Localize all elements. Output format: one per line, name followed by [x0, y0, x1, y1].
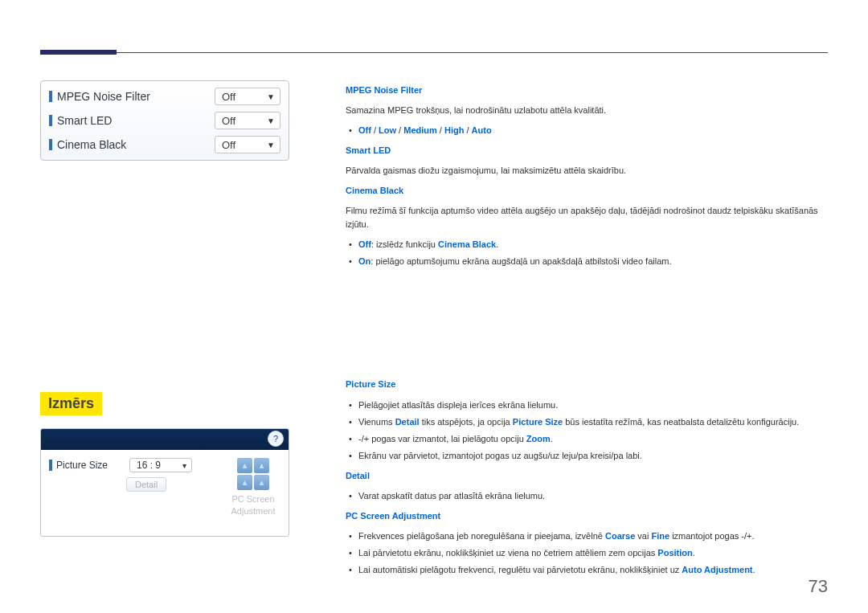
opt-high: High: [444, 125, 464, 135]
pc-li2b: Position: [657, 548, 692, 558]
heading-cinema-black: Cinema Black: [346, 184, 828, 198]
pc-screen-line2: Adjustment: [231, 506, 275, 516]
ps-li3: -/+ pogas var izmantot, lai pielāgotu op…: [346, 432, 828, 446]
heading-pc-screen: PC Screen Adjustment: [346, 509, 828, 523]
position-quad-icon[interactable]: [237, 458, 269, 490]
ps-li3b: Zoom: [526, 434, 551, 443]
row-mpeg-label: MPEG Noise Filter: [57, 90, 150, 103]
detail-button[interactable]: Detail: [126, 477, 166, 492]
detail-li1: Varat apskatīt datus par atlasītā ekrāna…: [346, 489, 828, 503]
cinema-off-text: : izslēdz funkciju: [371, 239, 438, 249]
panel2-titlebar: ?: [41, 429, 289, 450]
ps-li3a: -/+ pogas var izmantot, lai pielāgotu op…: [358, 434, 526, 443]
header-rule: [40, 52, 828, 53]
opt-off: Off: [358, 125, 371, 135]
dropdown-mpeg-value: Off: [222, 91, 235, 103]
pc-li3: Lai automātiski pielāgotu frekvenci, reg…: [346, 563, 828, 577]
row-tick-icon: [49, 115, 52, 126]
pc-li3a: Lai automātiski pielāgotu frekvenci, reg…: [358, 565, 682, 574]
bottom-section: Izmērs ? Picture Size 16 : 9 ▾: [40, 371, 828, 583]
cinema-off-label: Off: [358, 239, 371, 249]
row-cinema-black: Cinema Black Off ▼: [46, 133, 284, 157]
opt-medium: Medium: [403, 125, 437, 135]
ps-li2a: Vienums: [358, 417, 395, 427]
row-cinema-black-label: Cinema Black: [57, 138, 126, 151]
ps-li2: Vienums Detail tiks atspējots, ja opcija…: [346, 415, 828, 429]
cinema-on-text: : pielāgo aptumšojumu ekrāna augšdaļā un…: [371, 256, 671, 266]
dropdown-cinema-black[interactable]: Off ▼: [215, 136, 280, 153]
pc-li1d: Fine: [651, 531, 669, 541]
page-number: 73: [809, 576, 828, 597]
caret-down-icon: ▼: [267, 116, 275, 125]
desc-cinema-black: Filmu režīmā šī funkcija aptumšo video a…: [346, 204, 828, 231]
pc-li1b: Coarse: [605, 531, 635, 541]
pc-li1a: Frekvences pielāgošana jeb noregulēšana …: [358, 531, 605, 541]
row-tick-icon: [49, 91, 52, 102]
dropdown-mpeg[interactable]: Off ▼: [215, 88, 280, 105]
help-icon[interactable]: ?: [268, 431, 284, 447]
row-picture-size: Picture Size 16 : 9 ▾: [49, 458, 218, 472]
cinema-off-target: Cinema Black: [438, 239, 496, 249]
row-smart-led: Smart LED Off ▼: [46, 108, 284, 133]
header-accent: [40, 50, 117, 55]
pc-li1: Frekvences pielāgošana jeb noregulēšana …: [346, 529, 828, 543]
picture-size-label: Picture Size: [56, 460, 108, 471]
ps-li2c: tiks atspējots, ja opcija: [420, 417, 513, 427]
picture-size-value: 16 : 9: [137, 460, 161, 471]
pc-li1e: izmantojot pogas -/+.: [669, 531, 754, 541]
pc-li2a: Lai pārvietotu ekrānu, noklikšķiniet uz …: [358, 548, 657, 558]
heading-picture-size: Picture Size: [346, 378, 828, 391]
pc-screen-line1: PC Screen: [231, 494, 274, 504]
caret-down-icon: ▼: [267, 92, 275, 101]
settings-panel-1: MPEG Noise Filter Off ▼ Smart LED Off ▼ …: [40, 80, 289, 161]
ps-li1: Pielāgojiet atlasītās displeja ierīces e…: [346, 398, 828, 412]
pc-screen-adjustment-label: PC Screen Adjustment: [226, 493, 280, 517]
cinema-on-label: On: [358, 256, 371, 266]
row-tick-icon: [49, 139, 52, 150]
row-mpeg-noise-filter: MPEG Noise Filter Off ▼: [46, 84, 284, 108]
ps-li2b: Detail: [395, 417, 420, 427]
dropdown-cinema-black-value: Off: [222, 139, 235, 151]
desc-mpeg: Samazina MPEG trokšņus, lai nodrošinātu …: [346, 104, 828, 117]
opt-low: Low: [379, 125, 396, 135]
dropdown-smart-led[interactable]: Off ▼: [215, 112, 280, 129]
pc-li3b: Auto Adjustment: [682, 565, 752, 574]
pc-li2: Lai pārvietotu ekrānu, noklikšķiniet uz …: [346, 546, 828, 560]
row-smart-led-label: Smart LED: [57, 114, 112, 127]
cinema-off-line: Off: izslēdz funkciju Cinema Black.: [346, 238, 828, 251]
opt-auto: Auto: [472, 125, 492, 135]
settings-panel-2: ? Picture Size 16 : 9 ▾ Detail: [40, 428, 289, 537]
dropdown-smart-led-value: Off: [222, 115, 235, 127]
caret-down-icon: ▼: [267, 141, 275, 149]
ps-li4: Ekrānu var pārvietot, izmantojot pogas u…: [346, 449, 828, 463]
mpeg-options: Off / Low / Medium / High / Auto: [346, 124, 828, 137]
ps-li2d: Picture Size: [513, 417, 563, 427]
heading-smart-led: Smart LED: [346, 144, 828, 157]
dropdown-picture-size[interactable]: 16 : 9 ▾: [129, 458, 192, 472]
section-title-izmers: Izmērs: [40, 392, 102, 415]
cinema-on-line: On: pielāgo aptumšojumu ekrāna augšdaļā …: [346, 255, 828, 268]
ps-li2e: būs iestatīta režīmā, kas neatbalsta det…: [563, 417, 799, 427]
row-tick-icon: [49, 460, 52, 471]
heading-mpeg: MPEG Noise Filter: [346, 84, 828, 97]
pc-li1c: vai: [635, 531, 651, 541]
top-section: MPEG Noise Filter Off ▼ Smart LED Off ▼ …: [40, 80, 828, 275]
heading-detail: Detail: [346, 469, 828, 483]
desc-smart-led: Pārvalda gaismas diožu izgaismojumu, lai…: [346, 164, 828, 178]
caret-down-icon: ▾: [182, 461, 186, 470]
